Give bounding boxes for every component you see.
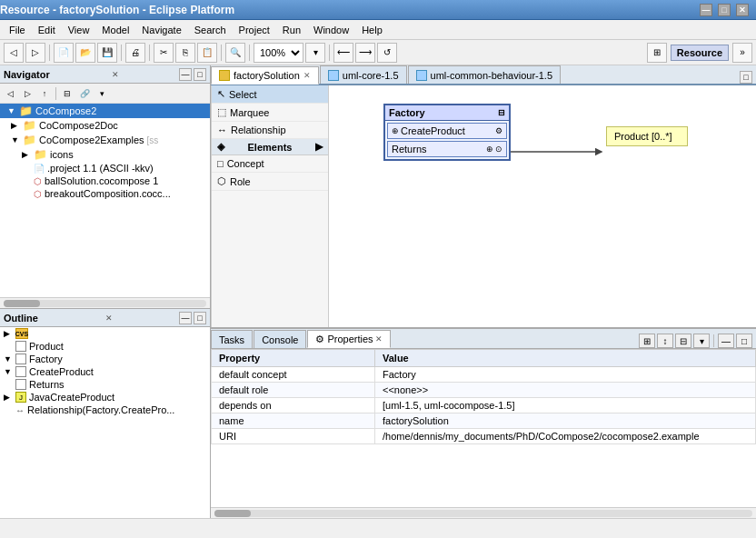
palette-concept[interactable]: □ Concept [212,155,328,173]
tab-console[interactable]: Console [254,330,306,348]
outline-item-javacreateproduct[interactable]: ▶ J JavaCreateProduct [0,391,210,404]
prop-row: default concept Factory [212,367,756,383]
toolbar-nav3[interactable]: ↺ [377,43,397,63]
tab-tasks[interactable]: Tasks [211,330,253,348]
close-button[interactable]: ✕ [736,4,749,16]
properties-maximize[interactable]: □ [736,334,752,348]
outline-minimize[interactable]: — [179,312,192,324]
navigator-title: Navigator [4,69,50,80]
toolbar-nav2[interactable]: ⟶ [355,43,375,63]
navigator-header: Navigator ✕ — □ [0,65,210,84]
resource-button[interactable]: Resource [671,45,729,61]
tab-properties[interactable]: ⚙ Properties ✕ [307,330,390,348]
menu-help[interactable]: Help [356,23,388,37]
nav-hscroll[interactable] [0,297,210,308]
menu-run[interactable]: Run [277,23,306,37]
nav-forward[interactable]: ▷ [19,86,35,101]
properties-more[interactable]: ▾ [693,334,710,348]
title-bar: Resource - factorySolution - Eclipse Pla… [0,0,756,20]
tab-umlcommon[interactable]: uml-common-behaviour-1.5 [408,65,562,84]
toolbar-forward[interactable]: ▷ [25,43,45,63]
outline-item-cvs[interactable]: ▶ CVS [0,327,210,340]
uml-diagram: Factory ⊟ ⊕ CreateProduct ⚙ Returns ⊕ [329,85,756,327]
expand-arrow [4,380,13,389]
navigator-maximize[interactable]: □ [194,68,206,81]
navigator-minimize[interactable]: — [179,68,192,81]
bottom-controls: ⊞ ↕ ⊟ ▾ — □ [639,334,756,348]
toolbar-copy[interactable]: ⎘ [175,43,195,63]
toolbar-nav1[interactable]: ⟵ [333,43,353,63]
toolbar-save[interactable]: 💾 [97,43,117,63]
nav-up[interactable]: ↑ [36,86,53,101]
toolbar-perspective[interactable]: ⊞ [647,43,667,63]
nav-item-cocompose2doc[interactable]: ▶ 📁 CoCompose2Doc [0,118,210,133]
prop-value: [uml-1.5, uml-cocompose-1.5] [375,398,756,413]
properties-icon: ⚙ [315,334,324,345]
menu-project[interactable]: Project [234,23,275,37]
menu-search[interactable]: Search [189,23,232,37]
tab-close[interactable]: ✕ [303,71,311,80]
palette-marquee[interactable]: ⬚ Marquee [212,104,328,122]
folder-icon: 📁 [34,148,47,161]
cursor-icon: ↖ [217,88,225,100]
editor-with-palette: ↖ Select ⬚ Marquee ↔ Relationship ◈ Elem… [211,85,756,327]
menu-navigate[interactable]: Navigate [136,23,186,37]
nav-item-label: .project 1.1 (ASCII -kkv) [47,163,154,174]
nav-item-cocompose2[interactable]: ▼ 📁 CoCompose2 [0,104,210,118]
toolbar-paste[interactable]: 📋 [197,43,217,63]
method-options[interactable]: ⊕ [486,144,493,154]
palette-label: Relationship [231,125,286,135]
menu-model[interactable]: Model [96,23,134,37]
palette-role[interactable]: ⬡ Role [212,173,328,191]
toolbar-print[interactable]: 🖨 [125,43,145,63]
nav-item-ballsolution[interactable]: ⬡ ballSolution.cocompose 1 [0,174,210,187]
nav-collapse[interactable]: ⊟ [59,86,75,101]
method-options[interactable]: ⚙ [495,126,502,135]
menu-edit[interactable]: Edit [33,23,61,37]
outline-item-product[interactable]: Product [0,340,210,353]
palette-relationship[interactable]: ↔ Relationship [212,122,328,139]
toolbar-more[interactable]: » [732,43,752,63]
method-options2[interactable]: ⊙ [495,144,502,154]
nav-item-breakout[interactable]: ⬡ breakoutComposition.cocc... [0,187,210,200]
properties-sort[interactable]: ↕ [657,334,673,348]
toolbar-open[interactable]: 📂 [75,43,95,63]
outline-item-factory[interactable]: ▼ Factory [0,353,210,365]
nav-link[interactable]: 🔗 [76,86,93,101]
menu-file[interactable]: File [4,23,31,37]
properties-minimize[interactable]: — [718,334,734,348]
editor-area: factorySolution ✕ uml-core-1.5 uml-commo… [211,65,756,327]
properties-filter[interactable]: ⊞ [639,334,655,348]
outline-item-relationship[interactable]: ↔ Relationship(Factory.CreatePro... [0,404,210,416]
nav-item-cocompose2examples[interactable]: ▼ 📁 CoCompose2Examples [ss [0,133,210,147]
editor-maximize[interactable]: □ [740,71,752,84]
menu-view[interactable]: View [63,23,95,37]
outline-item-returns[interactable]: Returns [0,378,210,391]
nav-back[interactable]: ◁ [2,86,18,101]
class-expand[interactable]: ⊟ [498,108,505,117]
nav-menu[interactable]: ▾ [94,86,110,101]
properties-hscroll[interactable] [211,507,756,518]
tab-umlcore[interactable]: uml-core-1.5 [320,65,407,84]
zoom-dropdown[interactable]: 100% 75% 150% [254,43,303,63]
tab-factorysolution[interactable]: factorySolution ✕ [211,66,319,85]
returns-method[interactable]: Returns ⊕ ⊙ [387,141,507,157]
zoom-apply[interactable]: ▾ [305,43,325,63]
nav-item-project[interactable]: 📄 .project 1.1 (ASCII -kkv) [0,162,210,174]
palette-elements-section[interactable]: ◈ Elements ▶ [212,139,328,155]
toolbar-cut[interactable]: ✂ [154,43,174,63]
toolbar-back[interactable]: ◁ [4,43,24,63]
properties-cols[interactable]: ⊟ [675,334,691,348]
outline-item-createproduct[interactable]: ▼ CreateProduct [0,365,210,378]
menu-window[interactable]: Window [308,23,354,37]
factory-class[interactable]: Factory ⊟ ⊕ CreateProduct ⚙ Returns ⊕ [383,104,511,161]
outline-tree: ▶ CVS Product ▼ Factory ▼ [0,327,210,518]
toolbar-search[interactable]: 🔍 [225,43,245,63]
palette-select[interactable]: ↖ Select [212,85,328,104]
maximize-button[interactable]: □ [718,4,731,16]
toolbar-new[interactable]: 📄 [54,43,74,63]
outline-maximize[interactable]: □ [194,312,206,324]
minimize-button[interactable]: — [700,4,712,16]
nav-item-icons[interactable]: ▶ 📁 icons [0,147,210,162]
createproduct-method[interactable]: ⊕ CreateProduct ⚙ [387,123,507,139]
